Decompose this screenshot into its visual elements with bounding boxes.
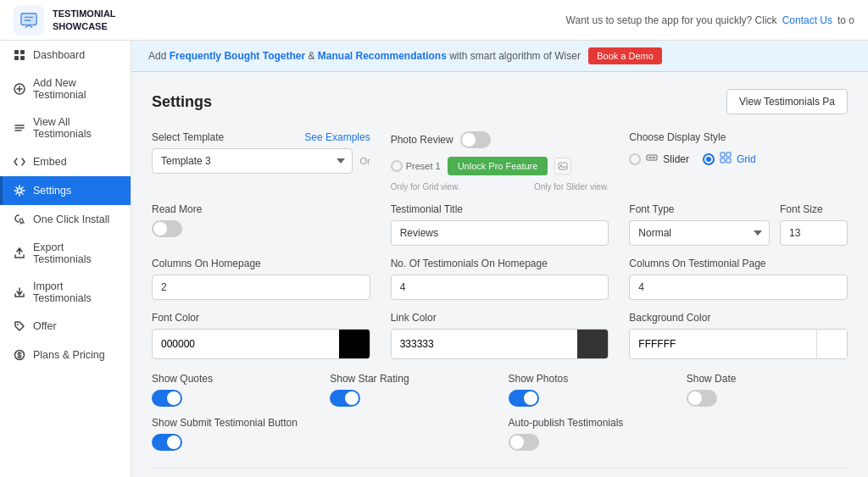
sidebar-item-one-click[interactable]: One Click Install	[0, 205, 131, 234]
font-group: Font Type Normal Bold Italic Font Size	[629, 203, 848, 246]
photo-preview-icon	[554, 158, 571, 175]
display-style-label: Choose Display Style	[629, 131, 848, 143]
columns-homepage-input[interactable]	[152, 275, 370, 300]
background-color-row	[629, 329, 848, 359]
columns-homepage-group: Columns On Homepage	[152, 258, 370, 300]
font-size-input[interactable]	[780, 220, 848, 246]
show-photos-label: Show Photos	[509, 373, 670, 385]
sidebar-item-plans-label: Plans & Pricing	[33, 349, 105, 361]
gear-icon	[13, 184, 26, 197]
svg-rect-3	[20, 50, 25, 54]
sidebar-item-view-testimonials[interactable]: View All Testimonials	[0, 108, 131, 147]
tag-icon	[13, 319, 26, 333]
export-icon	[13, 247, 26, 260]
show-submit-btn-group: Show Submit Testimonial Button	[152, 417, 492, 451]
promo-banner: Add Frequently Bought Together & Manual …	[131, 41, 868, 72]
sidebar-item-import[interactable]: Import Testimonials	[0, 273, 131, 312]
font-color-group: Font Color	[152, 312, 370, 359]
sidebar-item-offer[interactable]: Offer	[0, 312, 131, 341]
slider-option[interactable]: Slider	[629, 152, 689, 166]
preset1-radio[interactable]	[391, 160, 403, 172]
svg-point-8	[17, 324, 19, 325]
font-color-swatch[interactable]	[339, 330, 370, 358]
sidebar-item-add-testimonial[interactable]: Add New Testimonial	[0, 69, 131, 108]
columns-homepage-label: Columns On Homepage	[152, 258, 370, 269]
sidebar-item-embed[interactable]: Embed	[0, 147, 131, 176]
show-star-rating-toggle[interactable]	[330, 390, 360, 407]
display-style-group: Choose Display Style Slider	[629, 131, 848, 166]
sidebar: Dashboard Add New Testimonial View All T…	[0, 41, 131, 477]
grid-label: Grid	[737, 153, 756, 165]
photo-review-group: Photo Review Preset 1 Unlock Pro Feature	[391, 131, 609, 191]
page-header: Settings View Testimonials Pa	[152, 89, 848, 114]
dollar-icon	[13, 348, 26, 362]
show-submit-btn-toggle[interactable]	[152, 434, 182, 451]
auto-publish-group: Auto-publish Testimonials	[509, 417, 849, 451]
code-icon	[13, 155, 26, 169]
photo-review-toggle[interactable]	[460, 131, 491, 148]
grid-option[interactable]: Grid	[703, 152, 756, 166]
background-color-swatch[interactable]	[816, 330, 847, 358]
font-size-label: Font Size	[780, 203, 848, 215]
background-color-input[interactable]	[630, 332, 816, 356]
promo-link2[interactable]: Manual Recommendations	[318, 50, 447, 62]
link-color-input[interactable]	[392, 332, 578, 356]
svg-rect-15	[721, 153, 725, 157]
show-photos-group: Show Photos	[509, 373, 670, 407]
logo: TESTIMONIAL SHOWCASE	[14, 5, 116, 36]
sidebar-item-settings-label: Settings	[33, 185, 71, 197]
show-quotes-toggle[interactable]	[152, 390, 182, 407]
link-color-swatch[interactable]	[577, 330, 608, 358]
num-testimonials-group: No. Of Testimonials On Homepage	[391, 258, 609, 300]
show-date-toggle[interactable]	[687, 390, 717, 407]
book-demo-button[interactable]: Book a Demo	[588, 47, 662, 64]
preset1-label: Preset 1	[406, 161, 441, 171]
font-color-input[interactable]	[153, 332, 339, 356]
view-testimonials-button[interactable]: View Testimonials Pa	[726, 89, 848, 114]
unlock-pro-button[interactable]: Unlock Pro Feature	[448, 157, 548, 175]
promo-link1[interactable]: Frequently Bought Together	[170, 50, 305, 62]
auto-publish-label: Auto-publish Testimonials	[509, 417, 849, 429]
sidebar-item-export[interactable]: Export Testimonials	[0, 234, 131, 273]
font-type-group: Font Type Normal Bold Italic	[629, 203, 770, 246]
columns-testimonial-page-input[interactable]	[629, 275, 848, 300]
show-quotes-group: Show Quotes	[152, 373, 313, 407]
slider-radio[interactable]	[629, 153, 641, 165]
sidebar-item-dashboard[interactable]: Dashboard	[0, 41, 131, 69]
sidebar-item-add-label: Add New Testimonial	[33, 77, 120, 101]
show-date-group: Show Date	[687, 373, 848, 407]
svg-rect-10	[559, 163, 567, 169]
sidebar-item-plans[interactable]: Plans & Pricing	[0, 341, 131, 369]
logo-text: TESTIMONIAL SHOWCASE	[53, 8, 116, 32]
font-type-label: Font Type	[629, 203, 770, 215]
app-body: Dashboard Add New Testimonial View All T…	[0, 41, 868, 477]
background-color-label: Background Color	[629, 312, 848, 324]
contact-us-link[interactable]: Contact Us	[782, 14, 832, 26]
sidebar-item-oneclick-label: One Click Install	[33, 214, 109, 225]
show-submit-btn-label: Show Submit Testimonial Button	[152, 417, 492, 429]
font-type-select[interactable]: Normal Bold Italic	[629, 220, 770, 246]
sidebar-item-settings[interactable]: Settings	[0, 176, 131, 205]
template-label: Select Template	[152, 131, 224, 143]
plus-icon	[13, 82, 26, 96]
columns-testimonial-page-label: Columns On Testimonial Page	[629, 258, 848, 269]
auto-publish-toggle[interactable]	[509, 434, 539, 451]
num-testimonials-label: No. Of Testimonials On Homepage	[391, 258, 609, 269]
grid-layout-icon	[720, 152, 732, 166]
testimonial-title-input[interactable]	[391, 220, 609, 246]
sidebar-item-import-label: Import Testimonials	[33, 280, 120, 304]
testimonial-title-group: Testimonial Title	[391, 203, 609, 246]
list-icon	[13, 121, 26, 135]
or-label: Or	[359, 156, 370, 166]
link-color-group: Link Color	[391, 312, 609, 359]
show-photos-toggle[interactable]	[509, 390, 539, 407]
read-more-label: Read More	[152, 203, 370, 215]
read-more-toggle[interactable]	[152, 220, 182, 237]
see-examples-link[interactable]: See Examples	[304, 131, 370, 143]
grid-radio[interactable]	[703, 153, 715, 165]
num-testimonials-input[interactable]	[391, 275, 609, 300]
svg-rect-16	[726, 153, 731, 157]
content-area: Settings View Testimonials Pa Select Tem…	[131, 72, 868, 477]
template-select[interactable]: Template 3	[152, 148, 353, 174]
import-icon	[13, 286, 26, 299]
